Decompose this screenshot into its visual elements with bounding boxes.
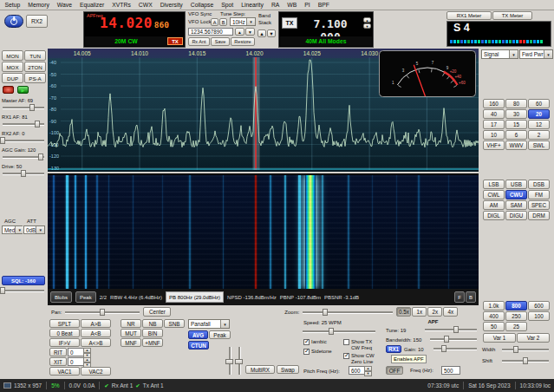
forward-button[interactable]: F xyxy=(454,291,465,303)
slider-thumb[interactable] xyxy=(453,326,459,333)
mode-button[interactable]: CWU xyxy=(505,190,527,199)
vfo-a-display[interactable]: APFreq 14.020860 20M CW TX xyxy=(83,11,186,48)
vfo-op-button[interactable]: 0 Beat xyxy=(49,329,80,337)
gain-vertical-slider[interactable] xyxy=(235,346,243,376)
att-select[interactable]: 0dB▾ xyxy=(23,225,45,234)
show-cw-zero-line-checkbox[interactable]: Show CW Zero Line xyxy=(343,353,380,364)
band-button[interactable]: SWL xyxy=(528,140,550,150)
vfo-sync-label[interactable]: VFO Sync xyxy=(188,11,212,16)
level-slider[interactable] xyxy=(2,104,45,111)
vac-button[interactable]: VAC2 xyxy=(81,367,111,376)
apf-off-button[interactable]: OFF xyxy=(386,366,403,375)
pitch-value[interactable]: 600 xyxy=(349,366,364,375)
vfo-lock-a-button[interactable]: A xyxy=(211,18,218,26)
mode-button[interactable]: DSB xyxy=(528,180,550,189)
slider-thumb[interactable] xyxy=(100,309,105,316)
menu-item[interactable]: RA xyxy=(267,1,283,9)
transmit-control-button[interactable]: MOX xyxy=(2,62,23,72)
band-button[interactable]: 12 xyxy=(528,120,550,129)
filter-button[interactable]: 400 xyxy=(483,311,505,321)
dsp-button[interactable]: MUT xyxy=(121,329,141,337)
mode-button[interactable]: AM xyxy=(483,200,505,210)
xit-value[interactable]: 0 xyxy=(68,357,83,366)
spinner-arrows[interactable]: ▲▼ xyxy=(83,357,91,366)
vfo-op-button[interactable]: A>B xyxy=(81,319,111,328)
band-button[interactable]: 80 xyxy=(505,99,527,108)
vfo-op-button[interactable]: SPLT xyxy=(49,319,80,328)
mode-button[interactable]: DIGU xyxy=(505,211,527,220)
dsp-button[interactable]: NB xyxy=(142,319,163,328)
cw-speed-slider[interactable] xyxy=(302,328,376,335)
zoom-preset-button[interactable]: 4x xyxy=(443,307,458,317)
menu-item[interactable]: CWX xyxy=(134,1,156,9)
peak-button[interactable]: Peak xyxy=(209,330,231,339)
vfo-b-display[interactable]: TX 7.100 000 ▲ ▼ 40M All Modes xyxy=(278,11,374,48)
pitch-freq-spinner[interactable]: 600 ▲▼ xyxy=(349,366,372,375)
menu-item[interactable]: Diversity xyxy=(156,1,186,9)
agc-select[interactable]: Med▾ xyxy=(2,225,23,234)
mode-button[interactable]: DRM xyxy=(528,211,550,220)
mode-button[interactable]: DIGL xyxy=(483,211,505,220)
apf-freq-field[interactable]: 500 xyxy=(441,366,460,375)
step-up-button[interactable]: ▴ xyxy=(235,28,244,36)
xit-spinner[interactable]: 0 ▲▼ xyxy=(68,357,91,366)
rx1-meter-button[interactable]: RX1 Meter xyxy=(446,11,492,20)
band-stack-up-button[interactable]: ▲ xyxy=(257,29,266,37)
zoom-preset-button[interactable]: 2x xyxy=(427,307,442,317)
filter-button[interactable]: 100 xyxy=(528,311,550,321)
zoom-preset-button[interactable]: 1x xyxy=(412,307,427,317)
menu-item[interactable]: Wave xyxy=(53,1,75,9)
band-button[interactable]: 60 xyxy=(528,99,550,108)
sidetone-checkbox[interactable]: Sidetone xyxy=(303,349,332,355)
menu-item[interactable]: Setup xyxy=(1,1,24,9)
spinner-arrows[interactable]: ▲▼ xyxy=(364,366,372,375)
tune-step-select[interactable]: 10Hz▾ xyxy=(230,17,256,26)
menu-item[interactable]: PI xyxy=(301,1,314,9)
filter-shift-slider[interactable] xyxy=(501,357,550,364)
vfo-b-tx-button[interactable]: TX xyxy=(282,17,297,29)
level-slider[interactable] xyxy=(2,137,45,144)
level-slider[interactable] xyxy=(2,170,45,177)
transmit-control-button[interactable]: PS-A xyxy=(24,73,46,83)
band-button[interactable]: 2 xyxy=(528,130,550,140)
filter-button[interactable]: 50 xyxy=(483,322,505,331)
mode-button[interactable]: SPEC xyxy=(528,200,550,210)
band-button[interactable]: 30 xyxy=(505,109,527,119)
vfo-b-up-button[interactable]: ▲ xyxy=(363,17,371,23)
slider-thumb[interactable] xyxy=(329,328,334,335)
band-button[interactable]: 10 xyxy=(483,130,505,140)
squelch-slider[interactable] xyxy=(2,287,45,294)
band-button[interactable]: 17 xyxy=(483,120,505,129)
filter-button[interactable]: 800 xyxy=(505,301,527,310)
band-button[interactable]: WWV xyxy=(505,140,527,150)
transmit-control-button[interactable]: 2TON xyxy=(24,62,46,72)
menu-item[interactable]: Spot xyxy=(218,1,238,9)
pan-vertical-slider[interactable] xyxy=(225,346,233,376)
dsp-button[interactable]: BIN xyxy=(142,329,163,337)
blobs-button[interactable]: Blobs xyxy=(50,291,72,303)
slider-thumb[interactable] xyxy=(235,359,243,364)
band-button[interactable]: 160 xyxy=(483,99,505,108)
band-button[interactable]: 6 xyxy=(505,130,527,140)
slider-thumb[interactable] xyxy=(0,137,5,144)
menu-item[interactable]: WB xyxy=(284,1,301,9)
apf-rx1-button[interactable]: RX1 xyxy=(386,345,401,353)
menu-item[interactable]: Collapse xyxy=(186,1,217,9)
mode-button[interactable]: LSB xyxy=(483,180,505,189)
power-button[interactable] xyxy=(4,15,23,28)
slider-thumb[interactable] xyxy=(523,357,528,364)
center-button[interactable]: Center xyxy=(143,307,171,317)
show-tx-cw-freq-checkbox[interactable]: Show TX CW Freq xyxy=(343,339,380,350)
menu-item[interactable]: BPF xyxy=(314,1,333,9)
apf-tune-slider[interactable] xyxy=(424,326,478,333)
avg-button[interactable]: AVG xyxy=(188,330,208,339)
dsp-button[interactable]: SNB xyxy=(164,319,185,328)
variable-filter-button[interactable]: Var 1 xyxy=(483,333,516,343)
slider-thumb[interactable] xyxy=(29,104,35,111)
transmit-control-button[interactable]: TUN xyxy=(24,50,46,61)
filter-button[interactable]: 1.0k xyxy=(483,301,505,310)
filter-button[interactable]: 600 xyxy=(528,301,550,310)
band-button[interactable]: VHF+ xyxy=(483,140,505,150)
menu-item[interactable]: Linearity xyxy=(238,1,268,9)
vfo-op-button[interactable]: A<B xyxy=(81,329,111,337)
